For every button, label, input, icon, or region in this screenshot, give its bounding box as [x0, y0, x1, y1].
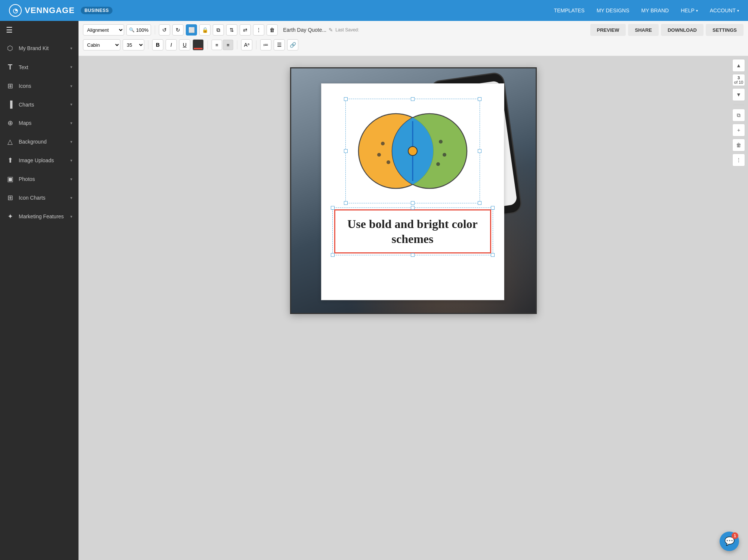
sidebar-item-background[interactable]: △ Background ▾ [0, 132, 79, 151]
image-uploads-icon: ⬆ [6, 156, 14, 164]
handle-bottom-right[interactable] [478, 201, 481, 205]
image-uploads-arrow: ▾ [70, 158, 73, 163]
sidebar-maps-label: Maps [19, 120, 66, 126]
logo[interactable]: ◔ VENNGAGE [9, 4, 75, 17]
hamburger-button[interactable]: ☰ [0, 21, 79, 39]
sidebar-item-image-uploads[interactable]: ⬆ Image Uploads ▾ [0, 151, 79, 170]
delete-button[interactable]: 🗑 [267, 24, 278, 36]
scroll-up-button[interactable]: ▲ [732, 59, 745, 72]
sidebar-image-uploads-label: Image Uploads [19, 157, 66, 163]
account-dropdown-arrow: ▾ [737, 9, 739, 13]
sidebar-charts-label: Charts [19, 102, 66, 108]
main-canvas-area: Hem Join us in Passmore... That to the..… [79, 56, 748, 560]
text-handle-tc[interactable] [411, 206, 415, 210]
toolbar-row-1: Alignment 🔍 100% ↺ ↻ ⬜ 🔒 ⧉ ⇅ ⇄ ⋮ 🗑 Earth… [83, 23, 744, 37]
handle-middle-left[interactable] [344, 149, 348, 153]
redo-button[interactable]: ↻ [172, 24, 184, 36]
nav-help[interactable]: HELP ▾ [681, 7, 698, 13]
add-layer-button[interactable]: + [732, 124, 745, 136]
doc-title: Earth Day Quote... [283, 27, 326, 33]
handle-bottom-center[interactable] [411, 201, 415, 205]
zoom-control[interactable]: 🔍 100% [126, 24, 151, 36]
nav-templates[interactable]: TEMPLATES [554, 7, 585, 13]
download-button[interactable]: DOWNLOAD [661, 24, 704, 36]
bold-button[interactable]: B [152, 39, 163, 50]
venn-diagram-container[interactable] [334, 99, 491, 203]
text-color-swatch[interactable] [193, 39, 204, 50]
page-current: 3 [733, 76, 744, 80]
bullet-list-button[interactable]: ≔ [260, 39, 271, 50]
delete-layer-button[interactable]: 🗑 [732, 139, 745, 151]
venn-selection-box [345, 99, 480, 203]
handle-middle-right[interactable] [478, 149, 481, 153]
sidebar-brand-kit-label: My Brand Kit [19, 45, 66, 51]
sidebar-item-icon-charts[interactable]: ⊞ Icon Charts ▾ [0, 188, 79, 207]
zoom-icon: 🔍 [129, 27, 135, 33]
align-left-button[interactable]: ≡ [212, 40, 222, 50]
frame-button[interactable]: ⬜ [186, 24, 197, 36]
scroll-down-button[interactable]: ▼ [732, 88, 745, 101]
nav-my-designs[interactable]: MY DESIGNS [597, 7, 630, 13]
sidebar: ☰ ⬡ My Brand Kit ▾ T Text ▾ ⊞ Icons ▾ ▐ … [0, 21, 79, 560]
sidebar-item-maps[interactable]: ⊕ Maps ▾ [0, 114, 79, 132]
toolbar-divider-2 [148, 40, 148, 49]
page-total: of 10 [733, 80, 744, 84]
sidebar-item-photos[interactable]: ▣ Photos ▾ [0, 170, 79, 188]
handle-bottom-left[interactable] [344, 201, 348, 205]
sidebar-icon-charts-label: Icon Charts [19, 195, 66, 201]
settings-button[interactable]: SETTINGS [706, 24, 744, 36]
handle-top-center[interactable] [411, 97, 415, 101]
top-navigation: ◔ VENNGAGE BUSINESS TEMPLATES MY DESIGNS… [0, 0, 748, 21]
chat-bubble[interactable]: 💬 1 [720, 532, 739, 551]
lock-button[interactable]: 🔒 [199, 24, 210, 36]
sidebar-item-charts[interactable]: ▐ Charts ▾ [0, 95, 79, 114]
share-button[interactable]: SHARE [628, 24, 659, 36]
font-select[interactable]: Cabin [83, 39, 120, 50]
alignment-select[interactable]: Alignment [83, 24, 124, 36]
toolbar-divider-5 [256, 40, 256, 49]
text-size-up-button[interactable]: Aᵃ [241, 39, 252, 50]
text-handle-tr[interactable] [491, 206, 495, 210]
flip-v-button[interactable]: ⇄ [240, 24, 251, 36]
canvas-card[interactable]: Use bold and bright color schemes [321, 83, 504, 300]
sidebar-item-marketing[interactable]: ✦ Marketing Features ▾ [0, 207, 79, 226]
underline-button[interactable]: U [179, 39, 190, 50]
more-options-button[interactable]: ⋮ [732, 154, 745, 166]
nav-links: TEMPLATES MY DESIGNS MY BRAND HELP ▾ ACC… [554, 7, 739, 13]
chat-badge: 1 [732, 532, 738, 539]
photos-icon: ▣ [6, 175, 14, 183]
text-handle-tl[interactable] [331, 206, 335, 210]
link-button[interactable]: 🔗 [287, 39, 298, 50]
page-indicator: 3 of 10 [732, 74, 745, 86]
text-handle-bc[interactable] [411, 253, 415, 257]
copy-layer-button[interactable]: ⧉ [732, 109, 745, 121]
handle-top-right[interactable] [478, 97, 481, 101]
preview-button[interactable]: PREVIEW [590, 24, 626, 36]
sidebar-item-text[interactable]: T Text ▾ [0, 58, 79, 77]
sidebar-item-brand-kit[interactable]: ⬡ My Brand Kit ▾ [0, 39, 79, 58]
brand-kit-icon: ⬡ [6, 44, 14, 52]
maps-arrow: ▾ [70, 121, 73, 126]
sidebar-item-icons[interactable]: ⊞ Icons ▾ [0, 77, 79, 95]
flip-h-button[interactable]: ⇅ [226, 24, 237, 36]
sidebar-icons-label: Icons [19, 83, 66, 89]
canvas-text-box[interactable]: Use bold and bright color schemes [334, 209, 491, 253]
distribute-button[interactable]: ⋮ [253, 24, 264, 36]
text-icon: T [6, 63, 14, 71]
copy-button[interactable]: ⧉ [213, 24, 224, 36]
text-handle-bl[interactable] [331, 253, 335, 257]
canvas-slide[interactable]: Hem Join us in Passmore... That to the..… [290, 67, 537, 314]
handle-top-left[interactable] [344, 97, 348, 101]
undo-button[interactable]: ↺ [159, 24, 170, 36]
align-center-button[interactable]: ≡ [223, 40, 233, 50]
nav-account[interactable]: ACCOUNT ▾ [710, 7, 739, 13]
icon-charts-arrow: ▾ [70, 196, 73, 200]
edit-icon[interactable]: ✎ [329, 27, 333, 33]
numbered-list-button[interactable]: ☰ [274, 39, 285, 50]
italic-button[interactable]: I [166, 39, 177, 50]
sidebar-text-label: Text [19, 64, 66, 70]
text-handle-br[interactable] [491, 253, 495, 257]
font-size-select[interactable]: 35 [123, 39, 144, 50]
toolbar-action-buttons: PREVIEW SHARE DOWNLOAD SETTINGS [590, 24, 744, 36]
nav-my-brand[interactable]: MY BRAND [641, 7, 669, 13]
